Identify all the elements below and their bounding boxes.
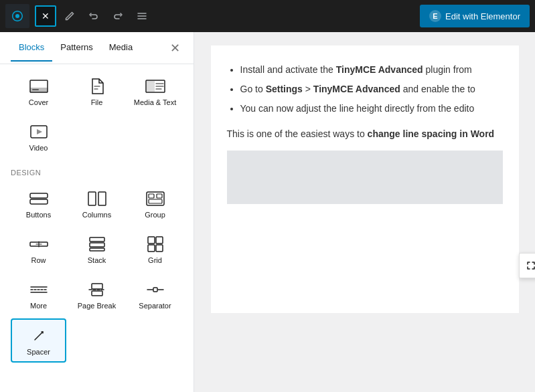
svg-rect-23 [156,245,163,252]
block-item-row[interactable]: Row [11,227,66,270]
sidebar-panel: Blocks Patterns Media ✕ Cover [0,32,194,392]
separator-icon [145,282,166,298]
main-layout: Blocks Patterns Media ✕ Cover [0,32,535,392]
wp-logo [5,4,29,28]
block-label-cover: Cover [29,98,48,106]
svg-rect-18 [90,243,104,247]
media-text-icon [145,78,166,94]
paragraph-1: This is one of the easiest ways to chang… [227,126,503,142]
svg-marker-7 [37,129,42,134]
file-icon [86,78,108,94]
svg-rect-15 [149,199,162,203]
block-item-spacer[interactable]: Spacer [11,318,66,363]
svg-rect-17 [90,237,104,241]
tab-blocks[interactable]: Blocks [11,34,52,62]
block-label-page-break: Page Break [78,302,116,310]
undo-button[interactable] [83,5,104,27]
page-break-icon [86,282,108,298]
block-item-page-break[interactable]: Page Break [69,273,125,316]
panel-close-button[interactable]: ✕ [167,38,183,58]
group-icon [145,191,166,207]
block-label-row: Row [31,256,46,264]
block-row-top: Cover File [11,70,183,112]
block-item-video[interactable]: Video [11,115,66,158]
svg-rect-22 [148,245,155,252]
top-toolbar: ✕ E Edit with Elementor [0,0,535,32]
svg-rect-8 [30,193,48,198]
stack-icon [86,236,108,252]
block-label-media-text: Media & Text [134,98,176,106]
bullet-3: You can now adjust the line height direc… [240,100,503,117]
svg-rect-5 [147,81,155,92]
block-row-design-3: More Page Break [11,273,183,316]
block-label-buttons: Buttons [26,211,51,219]
spacer-block [227,151,503,204]
block-row-design-1: Buttons Columns [11,182,183,225]
block-item-group[interactable]: Group [127,182,183,225]
content-area: Install and activate the TinyMCE Advance… [194,32,535,392]
svg-rect-21 [156,237,163,243]
tab-media[interactable]: Media [101,34,141,62]
block-row-video: Video [11,115,183,158]
pencil-button[interactable] [59,5,80,27]
block-label-more: More [30,302,47,310]
bullet-1: Install and activate the TinyMCE Advance… [240,62,503,78]
block-item-cover[interactable]: Cover [11,70,66,112]
video-icon [28,124,50,140]
svg-rect-13 [149,194,154,198]
block-item-stack[interactable]: Stack [69,227,125,270]
elementor-icon: E [429,10,441,22]
block-item-buttons[interactable]: Buttons [11,182,66,225]
svg-rect-14 [157,194,162,198]
block-label-video: Video [29,144,48,152]
svg-rect-10 [88,192,96,205]
svg-rect-20 [148,237,155,243]
block-item-columns[interactable]: Columns [69,182,125,225]
svg-rect-9 [30,199,48,204]
block-label-file: File [91,98,103,106]
block-item-grid[interactable]: Grid [127,227,183,270]
floating-toolbar [519,253,536,278]
more-icon [28,282,50,298]
row-icon [28,236,50,252]
svg-rect-11 [98,192,106,205]
panel-tabs: Blocks Patterns Media ✕ [0,32,194,64]
svg-rect-24 [92,284,102,289]
block-item-file[interactable]: File [69,70,125,112]
block-row-design-4: Spacer [11,318,183,363]
svg-point-0 [15,14,19,18]
menu-button[interactable] [131,5,153,27]
block-item-media-text[interactable]: Media & Text [127,70,183,112]
design-section-label: DESIGN [11,161,183,182]
grid-icon [145,236,166,252]
block-label-spacer: Spacer [27,348,50,356]
redo-button[interactable] [107,5,129,27]
close-button[interactable]: ✕ [35,5,56,27]
block-item-separator[interactable]: Separator [127,273,183,316]
elementor-button-label: Edit with Elementor [445,11,520,21]
block-label-columns: Columns [82,211,111,219]
block-item-more[interactable]: More [11,273,66,316]
block-label-grid: Grid [148,256,162,264]
buttons-icon [28,191,50,207]
expand-button[interactable] [520,254,536,278]
svg-rect-3 [32,89,39,90]
columns-icon [86,191,108,207]
tab-patterns[interactable]: Patterns [52,34,100,62]
editor-canvas: Install and activate the TinyMCE Advance… [211,45,519,313]
cover-icon [28,78,50,94]
block-label-stack: Stack [88,256,106,264]
block-list: Cover File [0,64,194,392]
close-icon: ✕ [42,11,50,21]
svg-rect-19 [90,248,104,251]
editor-content: Install and activate the TinyMCE Advance… [227,62,503,142]
block-row-design-2: Row Stack [11,227,183,270]
bullet-2: Go to Settings > TinyMCE Advanced and en… [240,81,503,98]
block-label-separator: Separator [139,302,171,310]
svg-rect-25 [92,291,102,296]
edit-with-elementor-button[interactable]: E Edit with Elementor [420,5,530,27]
spacer-icon [28,328,50,344]
svg-rect-26 [153,288,157,292]
block-label-group: Group [145,211,165,219]
